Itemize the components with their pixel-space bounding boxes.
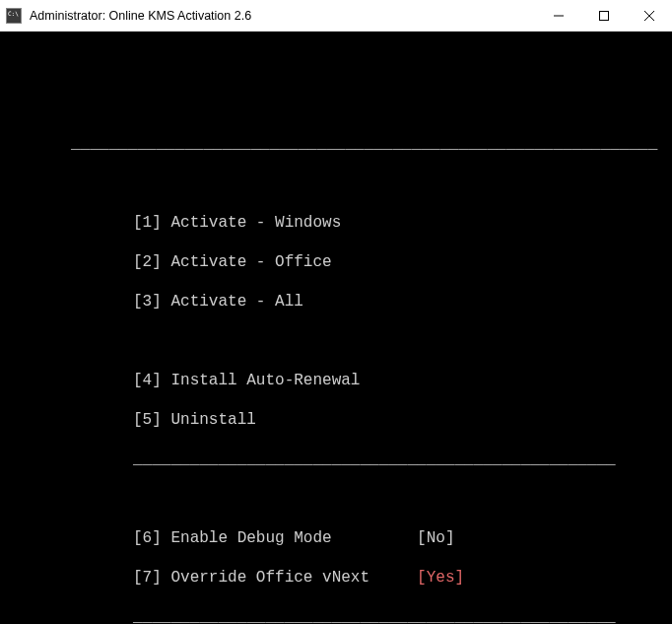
menu-item-5: [5] Uninstall [10,410,662,430]
minimize-button[interactable] [536,0,581,31]
separator-top: ________________________________________… [10,134,662,154]
svg-rect-1 [600,11,609,20]
separator-inner-1: ________________________________________… [10,450,662,469]
menu-item-6: [6] Enable Debug Mode [No] [10,528,662,548]
terminal-area[interactable]: ________________________________________… [0,32,672,624]
menu-item-3: [3] Activate - All [10,292,662,312]
separator-inner-2: ________________________________________… [10,607,662,624]
menu-item-1: [1] Activate - Windows [10,213,662,233]
status-vnext: [Yes] [417,569,464,587]
close-button[interactable] [627,0,672,31]
status-debug: [No] [417,529,454,547]
terminal-content: ________________________________________… [10,45,662,624]
cmd-icon [6,8,22,24]
menu-item-7: [7] Override Office vNext [Yes] [10,568,662,588]
window-controls [536,0,672,31]
menu-item-4: [4] Install Auto-Renewal [10,371,662,390]
maximize-button[interactable] [581,0,627,31]
window-title: Administrator: Online KMS Activation 2.6 [30,9,536,23]
menu-item-2: [2] Activate - Office [10,252,662,272]
titlebar: Administrator: Online KMS Activation 2.6 [0,0,672,32]
